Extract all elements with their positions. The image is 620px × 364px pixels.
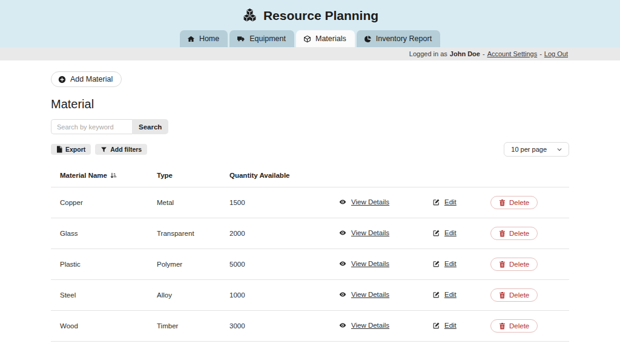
table-row: Steel Alloy 1000 View Details Edit [51,280,569,311]
log-out-link[interactable]: Log Out [544,50,568,57]
tab-materials[interactable]: Materials [296,30,355,47]
app-title: Resource Planning [242,8,378,23]
delete-label: Delete [509,199,529,206]
trash-icon [499,230,506,237]
edit-link[interactable]: Edit [432,260,457,268]
edit-icon [432,198,440,206]
per-page-value: 10 per page [511,146,547,153]
eye-icon [338,260,347,267]
toolbar-left: Export Add filters [51,144,147,155]
tab-label: Inventory Report [376,34,432,43]
tab-label: Equipment [249,34,286,43]
tab-equipment[interactable]: Equipment [229,30,294,47]
tab-label: Materials [315,34,346,43]
table-header-row: Material Name Type Quantity Available [51,164,569,187]
materials-table: Material Name Type Quantity Available Co… [51,164,569,342]
tab-home[interactable]: Home [180,30,228,47]
view-details-label: View Details [351,322,389,329]
view-details-label: View Details [351,291,389,298]
table-body: Copper Metal 1500 View Details Edit [51,187,569,342]
edit-link[interactable]: Edit [432,229,457,237]
cell-quantity: 2000 [229,218,338,249]
page-title: Material [51,97,569,111]
tab-label: Home [199,34,219,43]
edit-link[interactable]: Edit [432,291,457,299]
cell-quantity: 3000 [229,311,338,342]
eye-icon [338,291,347,298]
truck-icon [237,35,245,43]
cell-material-name: Wood [51,311,157,342]
cell-quantity: 5000 [229,249,338,280]
account-settings-link[interactable]: Account Settings [487,50,538,57]
trash-icon [499,291,506,299]
delete-button[interactable]: Delete [490,227,538,240]
column-header-type: Type [157,164,229,187]
table-row: Glass Transparent 2000 View Details Edit [51,218,569,249]
delete-label: Delete [509,322,529,330]
view-details-link[interactable]: View Details [338,229,389,236]
trash-icon [499,322,506,330]
eye-icon [338,198,347,206]
search-bar: Search [51,119,569,134]
table-row: Wood Timber 3000 View Details Edit [51,311,569,342]
delete-button[interactable]: Delete [490,258,538,271]
cell-type: Metal [157,187,229,218]
edit-link[interactable]: Edit [432,322,457,330]
view-details-link[interactable]: View Details [338,291,389,298]
cell-material-name: Steel [51,280,157,311]
column-header-quantity: Quantity Available [229,164,338,187]
view-details-label: View Details [351,260,389,267]
eye-icon [338,229,347,236]
view-details-label: View Details [351,229,389,236]
delete-button[interactable]: Delete [490,319,538,333]
view-details-link[interactable]: View Details [338,198,389,206]
trash-icon [499,261,506,268]
table-row: Plastic Polymer 5000 View Details Edit [51,249,569,280]
cell-quantity: 1500 [229,187,338,218]
export-button[interactable]: Export [51,144,91,155]
plus-circle-icon [58,76,66,83]
view-details-label: View Details [351,198,389,206]
add-material-button[interactable]: Add Material [51,71,122,87]
cell-material-name: Plastic [51,249,157,280]
search-button[interactable]: Search [132,119,168,134]
toolbar-row: Export Add filters 10 per page [51,142,569,157]
add-material-label: Add Material [70,75,113,83]
edit-icon [432,229,440,237]
delete-button[interactable]: Delete [490,288,538,302]
column-header-material-name[interactable]: Material Name [51,164,157,187]
edit-label: Edit [444,198,457,206]
column-header-actions-1 [338,164,432,187]
search-input[interactable] [51,119,132,134]
column-header-actions-3 [480,164,569,187]
edit-label: Edit [444,291,457,298]
delete-label: Delete [509,230,529,237]
view-details-link[interactable]: View Details [338,322,389,329]
app-header: Resource Planning Home Equipment Materia… [0,0,620,47]
per-page-select[interactable]: 10 per page [504,142,569,157]
sort-asc-icon [110,172,117,179]
username: John Doe [450,50,480,57]
separator: - [539,50,542,57]
edit-link[interactable]: Edit [432,198,457,206]
add-filters-button[interactable]: Add filters [95,144,147,155]
cell-type: Timber [157,311,229,342]
file-icon [56,146,62,153]
view-details-link[interactable]: View Details [338,260,389,267]
export-label: Export [65,146,85,153]
edit-icon [432,322,440,330]
app-title-text: Resource Planning [263,8,378,23]
delete-button[interactable]: Delete [490,196,538,209]
eye-icon [338,322,347,329]
cube-icon [303,35,311,43]
chevron-down-icon [556,146,562,152]
cell-quantity: 1000 [229,280,338,311]
cell-type: Polymer [157,249,229,280]
main-content: Add Material Material Search Export Add … [51,60,569,342]
edit-icon [432,260,440,268]
boxes-stacked-icon [242,8,258,23]
edit-label: Edit [444,322,457,329]
delete-label: Delete [509,261,529,268]
tab-inventory-report[interactable]: Inventory Report [357,30,440,47]
cell-type: Alloy [157,280,229,311]
